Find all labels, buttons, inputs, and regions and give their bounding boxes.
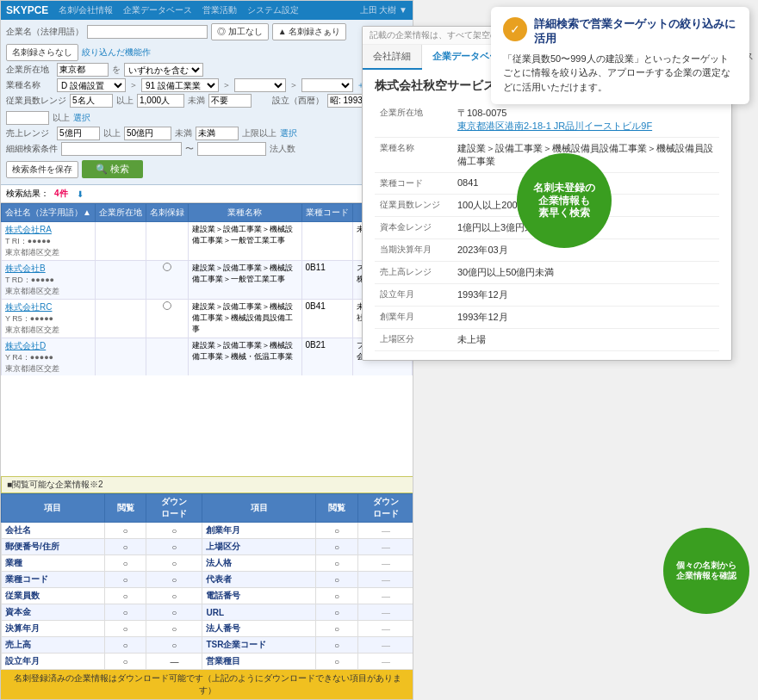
download-icon[interactable]: ⬇ (77, 189, 84, 199)
sales-ex[interactable] (196, 127, 239, 140)
detail-row: 創業年月 1993年12月 (375, 307, 719, 329)
table-row[interactable]: 株式会社BT RD：●●●●●東京都港区交差 建設業＞設備工事業＞機械設備工事業… (2, 261, 413, 300)
dl-view2: ○ (316, 539, 357, 555)
dl-item-name2: 電話番号 (202, 588, 316, 604)
division-sel4[interactable] (301, 78, 353, 92)
detail-label: 従業員数レンジ (375, 195, 452, 217)
results-scroll[interactable]: 会社名（法字用語）▲ 企業所在地 名刺保録 業種名称 業種コード 上場区分 株式… (1, 203, 413, 375)
dl-th-view1: 閲覧 (104, 494, 146, 523)
other-input[interactable] (61, 142, 182, 156)
detail-tab[interactable]: 会社詳細 (363, 45, 422, 68)
cell-company[interactable]: 株式会社BT RD：●●●●●東京都港区交差 (2, 261, 96, 300)
th-code[interactable]: 業種コード (301, 204, 352, 222)
table-row[interactable]: 株式会社DY R4：●●●●●東京都港区交差 建設業＞設備工事業＞機械設備工事業… (2, 338, 413, 376)
download-title: ■閲覧可能な企業情報※2 (1, 476, 413, 493)
cell-industry: 建設業＞設備工事業＞機械設備工事業＞一般管工業工事 (188, 261, 301, 300)
search-btn[interactable]: 🔍 検索 (82, 160, 143, 178)
result-table: 会社名（法字用語）▲ 企業所在地 名刺保録 業種名称 業種コード 上場区分 株式… (1, 203, 413, 375)
dl-download2: — (357, 523, 413, 539)
cell-code (301, 222, 352, 261)
dl-item-name2: 法人番号 (202, 621, 316, 637)
division-sel2[interactable]: 91 設備工業業 (141, 78, 219, 92)
employee-from[interactable] (70, 94, 113, 108)
dl-download2: — (357, 621, 413, 637)
division-sel3[interactable] (234, 78, 286, 92)
dl-download: ○ (146, 555, 202, 572)
dl-item-name: 郵便番号/住所 (2, 539, 105, 555)
dl-download2: — (357, 637, 413, 654)
dl-item-name: 会社名 (2, 523, 105, 539)
sales-link[interactable]: 選択 (280, 127, 297, 139)
dl-view: ○ (104, 555, 146, 572)
capital-to[interactable] (6, 111, 49, 125)
dl-item-name2: 代表者 (202, 572, 316, 588)
dl-view2: ○ (316, 523, 357, 539)
dl-download2: — (357, 572, 413, 588)
address-cond-select[interactable]: いずれかを含む (124, 63, 203, 77)
detail-row: 設立年月 1993年12月 (375, 284, 719, 307)
dl-table-row: 資本金 ○ ○ URL ○ — (2, 604, 414, 621)
save-condition-btn[interactable]: 検索条件を保存 (6, 161, 78, 178)
dl-table-row: 郵便番号/住所 ○ ○ 上場区分 ○ — (2, 539, 414, 555)
dl-table-row: 設立年月 ○ — 営業種目 ○ — (2, 654, 414, 670)
dl-download2: — (357, 588, 413, 604)
dl-table-row: 業種 ○ ○ 法人格 ○ — (2, 555, 414, 572)
sales-from[interactable] (57, 127, 100, 140)
dl-download: ○ (146, 621, 202, 637)
th-company[interactable]: 会社名（法字用語）▲ (2, 204, 96, 222)
dl-view: ○ (104, 523, 146, 539)
search-title-label: 企業名（法律用語） (6, 26, 84, 38)
detail-label: 業種名称 (375, 138, 452, 173)
detail-value: 1993年12月 (452, 307, 719, 329)
employee-label: 従業員数レンジ (6, 95, 66, 107)
callout-icon: ✓ (503, 17, 527, 41)
cell-company[interactable]: 株式会社RAT RI：●●●●●東京都港区交差 (2, 222, 96, 261)
person-input[interactable] (197, 142, 266, 156)
cell-code: 0B11 (301, 261, 352, 300)
detail-label: 上場区分 (375, 329, 452, 351)
top-nav: SKYPCE 名刺/会社情報 企業データベース 営業活動 システム設定 上田 大… (1, 1, 413, 20)
cell-address (95, 222, 146, 261)
employee-to[interactable] (137, 94, 184, 108)
company-name-input[interactable] (87, 25, 208, 39)
table-row[interactable]: 株式会社RAT RI：●●●●●東京都港区交差 建設業＞設備工事業＞機械設備工事… (2, 222, 413, 261)
division-sel1[interactable]: D 設備設置 (57, 78, 126, 92)
dl-download2: — (357, 555, 413, 572)
dl-th-dl2: ダウンロード (357, 494, 413, 523)
export2-btn[interactable]: 名刺録さらなし (6, 44, 78, 61)
dl-th-dl1: ダウンロード (146, 494, 202, 523)
dl-view2: ○ (316, 555, 357, 572)
table-row[interactable]: 株式会社RCY R5：●●●●●東京都港区交差 建設業＞設備工事業＞機械設備工事… (2, 300, 413, 338)
dl-view: ○ (104, 572, 146, 588)
cell-address (95, 300, 146, 338)
user-info[interactable]: 上田 大樹 ▼ (360, 4, 407, 16)
cell-address (95, 261, 146, 300)
dl-view2: ○ (316, 604, 357, 621)
address-pref-input[interactable] (57, 63, 109, 77)
nav-system[interactable]: システム設定 (247, 4, 299, 16)
dl-th-view2: 閲覧 (316, 494, 357, 523)
badge-kojin-text: 個々の名刺から 企業情報を確認 (676, 561, 736, 581)
cell-company[interactable]: 株式会社DY R4：●●●●●東京都港区交差 (2, 338, 96, 376)
cell-company[interactable]: 株式会社RCY R5：●●●●●東京都港区交差 (2, 300, 96, 338)
capital-link[interactable]: 選択 (73, 112, 90, 124)
export-btn[interactable]: ▲ 名刺録さぁり (272, 23, 347, 40)
dl-download: ○ (146, 523, 202, 539)
dl-item-name2: 創業年月 (202, 523, 316, 539)
dl-th-item1: 項目 (2, 494, 105, 523)
nav-kigyodb[interactable]: 企業データベース (123, 4, 192, 16)
nav-eigyo[interactable]: 営業活動 (202, 4, 237, 16)
cell-industry: 建設業＞設備工事業＞機械設備工事業＞一般管工業工事 (188, 222, 301, 261)
dl-table-row: 会社名 ○ ○ 創業年月 ○ — (2, 523, 414, 539)
sales-to[interactable] (124, 127, 171, 140)
add-btn[interactable]: ◎ 加工なし (211, 23, 269, 40)
nav-meishi[interactable]: 名刺/会社情報 (59, 4, 113, 16)
dl-view: ○ (104, 637, 146, 654)
th-address[interactable]: 企業所在地 (95, 204, 146, 222)
th-industry[interactable]: 業種名称 (188, 204, 301, 222)
employee-ex[interactable] (208, 94, 252, 108)
th-meishi[interactable]: 名刺保録 (146, 204, 188, 222)
dl-download: — (146, 654, 202, 670)
selected-func-link[interactable]: 絞り込んだ機能作 (82, 46, 151, 59)
address-link[interactable]: 東京都港区港南2-18-1 JR品川イーストビル9F (457, 121, 652, 131)
